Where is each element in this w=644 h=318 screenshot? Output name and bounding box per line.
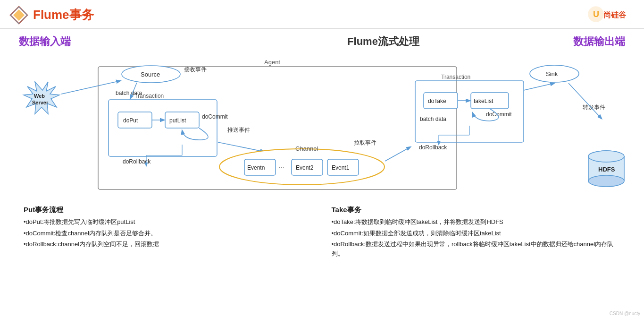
take-section: Take事务 •doTake:将数据取到临时缓冲区takeList，并将数据发送… [332,206,621,260]
section-title-right: 数据输出端 [573,34,625,49]
flume-logo-icon [9,6,28,25]
take-item-3: •doRollback:数据发送过程中如果出现异常，rollback将临时缓冲区… [332,240,621,258]
take-item-1: •doTake:将数据取到临时缓冲区takeList，并将数据发送到HDFS [332,217,621,227]
svg-text:U: U [593,9,599,19]
svg-text:doRollback: doRollback [419,144,447,151]
header-right: U 尚硅谷 [587,5,635,25]
csdn-footer: CSDN @nucty [610,311,640,316]
svg-text:takeList: takeList [474,98,493,104]
svg-line-55 [524,83,554,90]
svg-text:推送事件: 推送事件 [227,127,250,133]
svg-text:doCommit: doCommit [202,113,228,120]
svg-point-60 [588,175,624,187]
svg-text:Channel: Channel [295,145,318,152]
header: Flume事务 U 尚硅谷 [0,0,644,29]
section-title-center: Flume流式处理 [347,34,419,49]
svg-text:尚硅谷: 尚硅谷 [603,11,627,19]
svg-text:Web: Web [34,93,45,99]
svg-line-57 [569,83,602,119]
svg-text:doRollback: doRollback [123,158,151,165]
page-title: Flume事务 [33,7,94,23]
diagram-area: Web Server Agent Source 接收事件 batch data … [14,52,630,199]
svg-text:Event1: Event1 [332,164,350,171]
main-content: 数据输入端 Flume流式处理 数据输出端 Web Server Agent S… [0,29,644,265]
svg-text:···: ··· [278,163,284,171]
svg-line-28 [218,142,264,152]
svg-text:Event2: Event2 [296,164,314,171]
svg-text:Transaction: Transaction [441,74,470,80]
put-item-1: •doPut:将批数据先写入临时缓冲区putList [24,217,313,227]
svg-text:Eventn: Eventn [247,164,265,171]
svg-text:Sink: Sink [546,70,558,77]
put-item-3: •doRollback:channel内存队列空间不足，回滚数据 [24,240,313,249]
put-section: Put事务流程 •doPut:将批数据先写入临时缓冲区putList •doCo… [24,206,313,260]
svg-text:putList: putList [169,117,186,124]
svg-text:转发事件: 转发事件 [583,104,605,111]
put-item-2: •doCommit:检查channel内存队列是否足够合并。 [24,229,313,238]
svg-text:Source: Source [141,71,160,78]
svg-text:doTake: doTake [428,98,446,104]
take-heading: Take事务 [332,206,621,215]
svg-line-63 [61,81,120,94]
take-item-2: •doCommit:如果数据全部发送成功，则清除临时缓冲区takeList [332,229,621,238]
svg-text:doCommit: doCommit [486,111,512,118]
bottom-section: Put事务流程 •doPut:将批数据先写入临时缓冲区putList •doCo… [14,206,630,260]
svg-text:拉取事件: 拉取事件 [354,139,376,146]
svg-text:batch data: batch data [420,116,446,122]
svg-text:Server: Server [32,100,49,105]
shanggugu-logo: U 尚硅谷 [587,5,635,24]
svg-line-38 [385,147,410,161]
diagram-svg: Web Server Agent Source 接收事件 batch data … [14,52,627,199]
svg-text:Agent: Agent [264,59,280,66]
svg-text:HDFS: HDFS [598,166,615,173]
section-titles: 数据输入端 Flume流式处理 数据输出端 [14,34,630,49]
svg-text:doPut: doPut [123,117,138,124]
svg-text:接收事件: 接收事件 [184,66,207,73]
section-title-left: 数据输入端 [19,34,71,49]
put-heading: Put事务流程 [24,206,313,215]
header-left: Flume事务 [9,6,94,25]
svg-point-61 [588,151,624,162]
svg-text:Transaction: Transaction [134,93,164,99]
